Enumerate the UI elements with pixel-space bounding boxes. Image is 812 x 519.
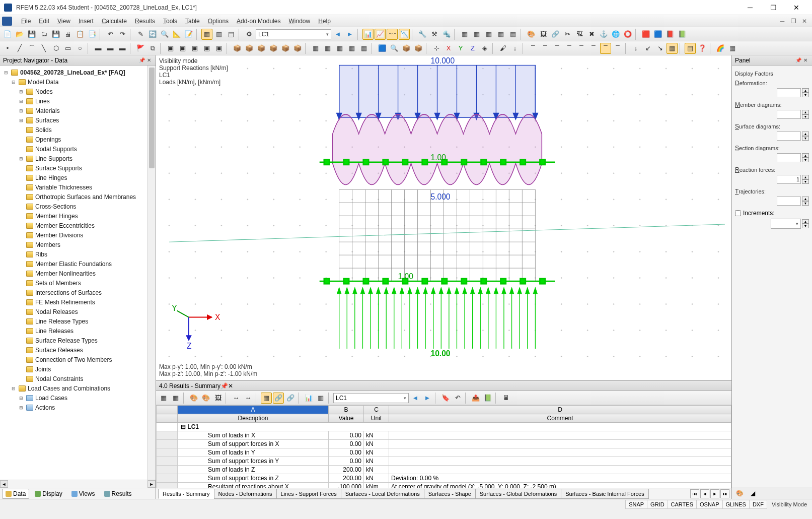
- tree-item-surface-supports[interactable]: Surface Supports: [0, 163, 156, 173]
- tree-load-cases[interactable]: ⊟Load Cases and Combinations: [0, 383, 156, 393]
- nav-tab-results[interactable]: Results: [101, 489, 135, 499]
- nav-tab-data[interactable]: Data: [2, 489, 29, 499]
- tree-item-variable-thicknesses[interactable]: Variable Thicknesses: [0, 182, 156, 192]
- cross-tool[interactable]: ✖: [586, 29, 597, 40]
- status-toggle-glines[interactable]: GLINES: [722, 500, 750, 509]
- mdi-minimize-button[interactable]: ─: [777, 17, 788, 26]
- rect-tool[interactable]: ▭: [62, 43, 73, 54]
- tree-item-sets-of-members[interactable]: Sets of Members: [0, 278, 156, 288]
- xyz-z[interactable]: Z: [467, 43, 478, 54]
- render-1[interactable]: 🎨: [526, 29, 537, 40]
- solid-3[interactable]: ▣: [189, 43, 200, 54]
- menu-table[interactable]: Table: [181, 16, 204, 26]
- tree-item-joints[interactable]: Joints: [0, 364, 156, 374]
- flag-tool[interactable]: 🚩: [135, 43, 146, 54]
- tree-model-data[interactable]: ⊟Model Data: [0, 77, 156, 87]
- layer-tool[interactable]: ⧉: [147, 43, 158, 54]
- rt-12[interactable]: ▥: [315, 393, 326, 404]
- tree-item-fe-mesh-refinements[interactable]: FE Mesh Refinements: [0, 297, 156, 307]
- rt-export[interactable]: 📤: [470, 393, 481, 404]
- close-panel-icon[interactable]: ✕: [145, 57, 153, 64]
- addon-1[interactable]: 🟥: [640, 29, 651, 40]
- color-scale[interactable]: 🌈: [715, 43, 726, 54]
- rp-spin-down-5[interactable]: ▼: [802, 201, 809, 206]
- rp-spin-up-1[interactable]: ▲: [802, 110, 809, 114]
- results-pin-icon[interactable]: 📌: [220, 382, 228, 390]
- box-3[interactable]: 📦: [256, 43, 267, 54]
- rt-8[interactable]: ▦: [261, 393, 272, 404]
- tree-item-member-divisions[interactable]: Member Divisions: [0, 230, 156, 240]
- texture-3[interactable]: ▦: [334, 43, 345, 54]
- mdi-close-button[interactable]: ✕: [799, 17, 810, 26]
- result-nav-2[interactable]: ►: [710, 489, 719, 498]
- tree-item-nodal-releases[interactable]: Nodal Releases: [0, 307, 156, 316]
- tree-item-line-supports[interactable]: ⊞Line Supports: [0, 154, 156, 163]
- tree-item-ribs[interactable]: Ribs: [0, 249, 156, 259]
- element-3[interactable]: ⎺: [552, 43, 563, 54]
- notes-button[interactable]: 📝: [183, 29, 194, 40]
- circle-tool[interactable]: ⭕: [622, 29, 633, 40]
- rp-input-0[interactable]: [777, 88, 801, 97]
- tool-a[interactable]: 🔧: [417, 29, 428, 40]
- result-tab-5[interactable]: Surfaces - Global Deformations: [475, 489, 561, 499]
- menu-view[interactable]: View: [53, 16, 75, 26]
- axis-tool[interactable]: ⊹: [431, 43, 442, 54]
- view-4[interactable]: 📦: [413, 43, 424, 54]
- next-lc-button[interactable]: ►: [344, 29, 355, 40]
- tree-item-intersections-of-surfaces[interactable]: Intersections of Surfaces: [0, 288, 156, 297]
- results-grid[interactable]: ABCDDescriptionValueUnitComment⊟ LC1Sum …: [156, 405, 731, 488]
- addon-2[interactable]: 🟦: [652, 29, 663, 40]
- view-toggle-2-button[interactable]: ▥: [213, 29, 225, 40]
- status-toggle-snap[interactable]: SNAP: [625, 500, 647, 509]
- rp-spin-up-5[interactable]: ▲: [802, 197, 809, 201]
- rt-undo[interactable]: ↶: [452, 393, 463, 404]
- print-preview-button[interactable]: 📋: [75, 29, 86, 40]
- zoom-tool[interactable]: 🔍: [389, 43, 400, 54]
- table-row[interactable]: Resultant of reactions about X-100.000kN…: [157, 483, 731, 488]
- find-button[interactable]: 🔍: [159, 29, 170, 40]
- menu-results[interactable]: Results: [131, 16, 159, 26]
- tool-c[interactable]: 🔩: [441, 29, 452, 40]
- rp-spin-up-0[interactable]: ▲: [802, 88, 809, 93]
- solid-4[interactable]: ▣: [201, 43, 212, 54]
- rt-4[interactable]: 🎨: [200, 393, 211, 404]
- poly-tool[interactable]: ⬡: [50, 43, 61, 54]
- results-view-1[interactable]: 📊: [362, 29, 374, 40]
- rt-11[interactable]: 📊: [303, 393, 314, 404]
- crane-tool[interactable]: 🏗: [574, 29, 585, 40]
- surf-tool-2[interactable]: ▬: [105, 43, 116, 54]
- arrow-down-tool[interactable]: ↓: [509, 43, 521, 54]
- rt-filter[interactable]: 🔖: [440, 393, 451, 404]
- open-button[interactable]: 📂: [14, 29, 25, 40]
- tree-item-member-eccentricities[interactable]: Member Eccentricities: [0, 221, 156, 230]
- new-button[interactable]: 📄: [2, 29, 13, 40]
- grid-tool-5[interactable]: ▦: [507, 29, 519, 40]
- inc-down[interactable]: ▼: [802, 224, 809, 228]
- menu-options[interactable]: Options: [204, 16, 233, 26]
- save-button[interactable]: 💾: [26, 29, 37, 40]
- texture-5[interactable]: ▦: [358, 43, 370, 54]
- solid-5[interactable]: ▣: [213, 43, 225, 54]
- nav-tab-display[interactable]: Display: [31, 489, 65, 499]
- element-5[interactable]: ⎺: [576, 43, 587, 54]
- rp-spin-down-4[interactable]: ▼: [802, 179, 809, 184]
- rt-9[interactable]: 🔗: [273, 393, 284, 404]
- result-tab-1[interactable]: Nodes - Deformations: [214, 489, 277, 499]
- status-toggle-dxf[interactable]: DXF: [749, 500, 767, 509]
- rp-close-icon[interactable]: ✕: [802, 57, 809, 64]
- box-1[interactable]: 📦: [232, 43, 243, 54]
- tree-item-line-release-types[interactable]: Line Release Types: [0, 316, 156, 326]
- rp-input-2[interactable]: [777, 132, 801, 141]
- result-tab-2[interactable]: Lines - Support Forces: [276, 489, 341, 499]
- element-7[interactable]: ⎺: [600, 43, 611, 54]
- menu-help[interactable]: Help: [314, 16, 335, 26]
- tree-item-openings[interactable]: Openings: [0, 135, 156, 144]
- increments-checkbox[interactable]: [735, 210, 741, 216]
- help-tool[interactable]: ❓: [697, 43, 708, 54]
- texture-4[interactable]: ▦: [346, 43, 357, 54]
- navigator-tree[interactable]: ⊟004562_200728_LineLoad_Ex* [FAQ]⊟Model …: [0, 66, 156, 480]
- measure-button[interactable]: 📐: [171, 29, 182, 40]
- save-as-button[interactable]: 🗂: [38, 29, 49, 40]
- view-toggle-1-button[interactable]: ▦: [201, 29, 212, 40]
- result-nav-1[interactable]: ◄: [700, 489, 709, 498]
